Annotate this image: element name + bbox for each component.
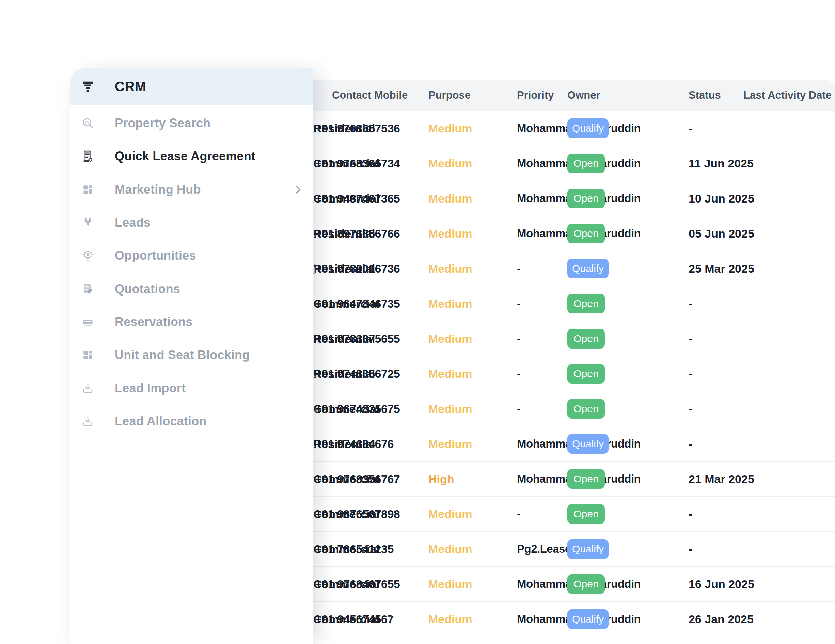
chevron-right-icon: [292, 184, 304, 195]
cell-status: Open: [567, 364, 689, 384]
cell-purpose: Residential: [313, 332, 429, 346]
cell-owner: -: [517, 332, 567, 345]
cell-last-activity-date: 26 Jan 2025: [689, 613, 743, 626]
cell-owner: -: [517, 508, 567, 521]
sidebar-header-crm[interactable]: CRM: [70, 68, 313, 105]
column-header-priority: Priority: [517, 89, 567, 101]
sidebar-item-label: Leads: [115, 216, 151, 230]
cell-owner: Mohammad Azharuddin: [517, 122, 567, 135]
cell-priority: Medium: [429, 543, 517, 556]
cell-priority: Medium: [429, 122, 517, 135]
cell-last-activity-date: -: [689, 508, 743, 521]
sidebar-item-label: Reservations: [115, 315, 193, 329]
sidebar-item-label: Property Search: [115, 116, 210, 130]
leads-funnel-icon: [81, 216, 94, 229]
sidebar-item-unit-and-seat-blocking[interactable]: Unit and Seat Blocking: [70, 341, 313, 369]
cell-owner: Mohammad Azharuddin: [517, 192, 567, 205]
table-row[interactable]: o. +91 9748356725 Residential Medium - O…: [296, 356, 835, 391]
table-row[interactable]: u. +91 9674835675 Commercial Medium - Op…: [296, 391, 835, 427]
cell-purpose: Commercial: [313, 543, 429, 556]
table-row[interactable]: a. +91 8976856766 Residential Medium Moh…: [296, 216, 835, 251]
status-badge[interactable]: Open: [567, 574, 605, 594]
table-row[interactable]: +91 9876567898 Commercial Medium - Open …: [296, 496, 835, 532]
cell-priority: High: [429, 472, 517, 486]
cell-owner: -: [517, 262, 567, 275]
cell-last-activity-date: 05 Jun 2025: [689, 227, 743, 240]
cell-purpose: Commercial: [313, 472, 429, 486]
table-row[interactable]: +91 9783675655 Residential Medium - Open…: [296, 321, 835, 356]
cell-owner: Mohammad Azharuddin: [517, 157, 567, 170]
status-badge[interactable]: Open: [567, 294, 605, 313]
cell-purpose: Commercial: [313, 508, 429, 521]
sidebar-item-lead-import[interactable]: Lead Import: [70, 375, 313, 402]
status-badge[interactable]: Open: [567, 154, 605, 173]
sidebar-item-leads[interactable]: Leads: [70, 209, 313, 237]
table-row[interactable]: +91 9768365734 Commercial Medium Mohamma…: [296, 146, 835, 181]
lease-document-icon: [81, 150, 94, 163]
cell-priority: Medium: [429, 332, 517, 346]
status-badge[interactable]: Qualify: [567, 259, 609, 279]
status-badge[interactable]: Open: [567, 364, 605, 384]
cell-purpose: Commercial: [313, 402, 429, 415]
reservation-card-icon: [81, 316, 94, 328]
table-row[interactable]: +91 9768356767 Commercial High Mohammad …: [296, 462, 835, 496]
cell-owner: Mohammad Azharuddin: [517, 472, 567, 485]
filter-funnel-icon: [81, 80, 94, 93]
status-badge[interactable]: Open: [567, 399, 605, 419]
cell-purpose: Residential: [313, 437, 429, 451]
sidebar-item-label: Quotations: [115, 282, 180, 296]
sidebar-item-reservations[interactable]: Reservations: [70, 308, 313, 336]
status-badge[interactable]: Qualify: [567, 118, 609, 138]
table-header-row: Contact MobilePurposePriorityOwnerStatus…: [296, 80, 835, 111]
status-badge[interactable]: Qualify: [567, 434, 609, 454]
status-badge[interactable]: Open: [567, 188, 605, 208]
cell-owner: Pg2.Leasegoto: [517, 543, 567, 555]
cell-status: Open: [567, 574, 689, 594]
column-header-contact-mobile: Contact Mobile: [313, 89, 429, 101]
leads-table: Contact MobilePurposePriorityOwnerStatus…: [296, 80, 835, 637]
status-badge[interactable]: Qualify: [567, 609, 609, 629]
sidebar-item-label: Quick Lease Agreement: [115, 149, 255, 163]
cell-status: Open: [567, 188, 689, 208]
status-badge[interactable]: Open: [567, 504, 605, 524]
cursor-artifact: [389, 608, 409, 616]
table-row[interactable]: +91 9768657536 Residential Medium Mohamm…: [296, 111, 835, 146]
table-row[interactable]: .. +91 974684676 Residential Medium Moha…: [296, 427, 835, 462]
table-row[interactable]: +91 786541235 Commercial Medium Pg2.Leas…: [296, 532, 835, 567]
cell-owner: -: [517, 402, 567, 415]
cell-purpose: Residential: [313, 367, 429, 381]
sidebar-item-label: Marketing Hub: [115, 182, 201, 197]
status-badge[interactable]: Open: [567, 224, 605, 243]
cell-last-activity-date: -: [689, 402, 743, 415]
cell-priority: Medium: [429, 367, 517, 381]
table-row[interactable]: j +91 9789016736 Residential Medium - Qu…: [296, 251, 835, 286]
cell-last-activity-date: 25 Mar 2025: [689, 262, 743, 275]
cell-status: Qualify: [567, 609, 689, 629]
table-row[interactable]: +91 9768467655 Commercial Medium Mohamma…: [296, 567, 835, 602]
sidebar-item-opportunities[interactable]: Opportunities: [70, 242, 313, 269]
cell-purpose: Residential: [313, 227, 429, 240]
sidebar-item-lead-allocation[interactable]: Lead Allocation: [70, 407, 313, 435]
cell-status: Open: [567, 224, 689, 243]
table-row[interactable]: +91 9487467365 Commercial Medium Mohamma…: [296, 181, 835, 216]
cell-status: Open: [567, 294, 689, 313]
table-body: +91 9768657536 Residential Medium Mohamm…: [296, 111, 835, 637]
cell-status: Qualify: [567, 118, 689, 138]
sidebar-item-quick-lease-agreement[interactable]: Quick Lease Agreement: [70, 142, 313, 170]
cell-priority: Medium: [429, 157, 517, 170]
cell-purpose: Commercial: [313, 613, 429, 626]
sidebar-item-marketing-hub[interactable]: Marketing Hub: [70, 176, 313, 204]
column-header-status: Status: [689, 89, 743, 101]
cell-priority: Medium: [429, 227, 517, 240]
table-row[interactable]: +91 9647846735 Commercial Medium - Open …: [296, 286, 835, 321]
cell-priority: Medium: [429, 437, 517, 451]
table-row[interactable]: +91 945674567 Commercial Medium Mohammad…: [296, 602, 835, 637]
sidebar-item-property-search[interactable]: Property Search: [70, 109, 313, 137]
status-badge[interactable]: Open: [567, 469, 605, 489]
grid-icon: [81, 349, 94, 362]
status-badge[interactable]: Open: [567, 329, 605, 349]
cell-purpose: Residential: [313, 262, 429, 275]
sidebar-item-quotations[interactable]: Quotations: [70, 275, 313, 303]
status-badge[interactable]: Qualify: [567, 539, 609, 559]
cell-purpose: Commercial: [313, 192, 429, 205]
